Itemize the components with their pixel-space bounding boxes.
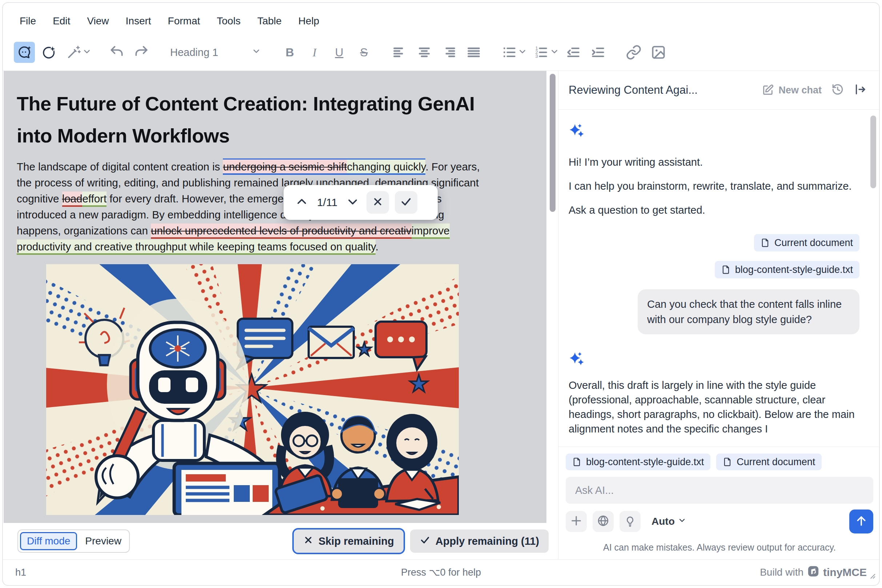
chat-scrollbar[interactable] [870,116,876,188]
user-message-bubble: Can you check that the content falls inl… [638,289,859,334]
inserted-text: changing quickly [347,159,425,173]
new-chat-button[interactable]: New chat [762,84,822,96]
outdent-button[interactable] [563,42,584,63]
indent-icon [590,44,606,60]
assistant-reply-text: Overall, this draft is largely in line w… [569,378,859,436]
chevron-down-icon[interactable] [82,47,92,58]
link-icon [626,44,642,60]
close-icon [303,535,313,548]
ai-sparkle-circle-icon [41,45,57,60]
align-left-button[interactable] [389,42,410,63]
underline-button[interactable]: U [329,42,350,63]
input-chip-current-document[interactable]: Current document [716,453,822,470]
italic-button[interactable]: I [304,42,325,63]
plus-icon [570,514,582,528]
editor-bottom-bar: Diff mode Preview Skip remaining Apply r… [3,523,558,559]
collapse-sidebar-button[interactable] [853,83,867,98]
menu-edit[interactable]: Edit [53,15,70,27]
editor-scrollbar[interactable] [550,74,556,212]
align-right-icon [441,44,457,60]
context-chip-style-guide[interactable]: blog-content-style-guide.txt [715,261,859,278]
italic-glyph: I [313,46,317,59]
deleted-text[interactable]: unlock unprecedented levels of productiv… [151,224,412,239]
context-chip-list: Current document blog-content-style-guid… [569,234,859,278]
inserted-text[interactable]: effort [82,192,107,207]
chevron-down-icon [347,195,359,209]
ai-sparkles-icon [569,350,585,367]
menu-file[interactable]: File [20,15,36,27]
magic-wand-icon [66,45,81,60]
insert-link-button[interactable] [623,42,644,63]
current-diff-change[interactable]: undergoing a seismic shiftchanging quick… [223,159,425,175]
chevron-down-icon[interactable] [550,47,559,58]
menu-format[interactable]: Format [168,15,200,27]
send-button[interactable] [849,510,873,534]
chevron-down-icon[interactable] [518,47,527,58]
indent-button[interactable] [587,42,609,63]
accept-change-button[interactable] [395,191,418,214]
skip-remaining-button[interactable]: Skip remaining [294,530,404,553]
bullet-list-button[interactable] [499,42,520,63]
next-change-button[interactable] [345,194,361,210]
block-format-select[interactable]: Heading 1 [167,42,264,63]
undo-button[interactable] [106,42,127,63]
image-icon [651,44,666,60]
menu-help[interactable]: Help [299,15,320,27]
numbered-list-button[interactable]: 123 [531,42,552,63]
context-chip-current-document[interactable]: Current document [754,234,859,252]
ai-assistant-button[interactable] [14,42,35,63]
bold-button[interactable]: B [279,42,300,63]
check-icon [400,195,412,209]
align-center-icon [416,44,432,60]
ai-tools-button[interactable] [63,42,84,63]
view-mode-toggle: Diff mode Preview [18,530,130,553]
align-right-button[interactable] [439,42,460,63]
brand-prefix: Build with [760,567,804,578]
input-context-chips: blog-content-style-guide.txt Current doc… [566,453,873,470]
arrow-up-icon [855,514,868,529]
editor-content-area[interactable]: The Future of Content Creation: Integrat… [4,71,547,523]
justify-icon [466,44,482,60]
menu-tools[interactable]: Tools [217,15,240,27]
bold-glyph: B [285,46,294,59]
sidebar-header: Reviewing Content Agai... New chat [559,71,879,110]
deleted-text[interactable]: load [62,192,83,207]
menu-insert[interactable]: Insert [126,15,151,27]
chat-history-button[interactable] [831,83,844,98]
history-icon [831,83,844,98]
justify-button[interactable] [463,42,484,63]
previous-change-button[interactable] [294,194,310,210]
strikethrough-button[interactable]: S [353,42,374,63]
apply-remaining-button[interactable]: Apply remaining (11) [410,530,548,553]
reject-change-button[interactable] [367,191,389,214]
suggestions-button[interactable] [619,511,641,532]
chat-title: Reviewing Content Agai... [569,84,752,97]
preview-tab[interactable]: Preview [79,533,127,549]
ai-chat-sidebar: Reviewing Content Agai... New chat [559,71,879,559]
chat-message-list[interactable]: Hi! I’m your writing assistant. I can he… [559,110,879,447]
menu-table[interactable]: Table [257,15,282,27]
insert-image-button[interactable] [648,42,669,63]
document-image-robot-pop-art[interactable] [46,264,459,515]
ai-chat-bubble-icon [17,45,32,60]
deleted-text: undergoing a seismic shift [223,159,347,173]
tinymce-branding[interactable]: Build with tinyMCE [760,565,867,580]
attach-button[interactable] [566,511,587,532]
menubar: File Edit View Insert Format Tools Table… [3,3,879,34]
ai-shortcuts-button[interactable] [39,42,60,63]
document-icon [723,457,732,466]
model-selector[interactable]: Auto [652,516,687,527]
globe-icon [597,514,609,528]
resize-handle-icon[interactable] [868,571,876,582]
diff-mode-tab[interactable]: Diff mode [20,532,77,550]
web-search-button[interactable] [593,511,614,532]
change-counter: 1/11 [316,196,339,208]
redo-button[interactable] [131,42,152,63]
undo-icon [109,44,125,60]
input-chip-style-guide[interactable]: blog-content-style-guide.txt [566,453,711,470]
menu-view[interactable]: View [87,15,109,27]
chip-label: Current document [774,237,853,249]
align-center-button[interactable] [414,42,435,63]
strikethrough-glyph: S [360,46,368,59]
ask-ai-input[interactable] [566,477,873,504]
